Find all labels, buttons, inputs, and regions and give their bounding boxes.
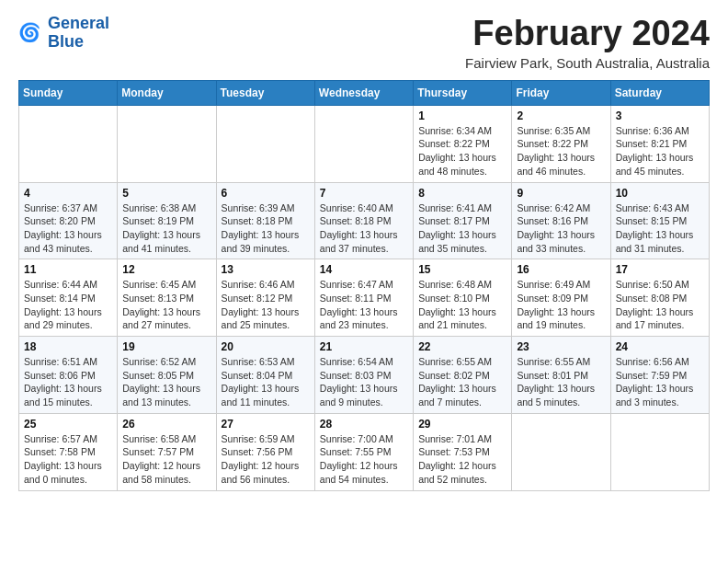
calendar-cell: 5Sunrise: 6:38 AMSunset: 8:19 PMDaylight… <box>118 182 216 259</box>
day-number: 2 <box>517 109 605 122</box>
calendar-week-row: 18Sunrise: 6:51 AMSunset: 8:06 PMDayligh… <box>19 337 710 414</box>
calendar-cell <box>610 413 709 490</box>
day-info: Sunrise: 6:40 AMSunset: 8:18 PMDaylight:… <box>320 201 408 256</box>
calendar-cell: 10Sunrise: 6:43 AMSunset: 8:15 PMDayligh… <box>610 182 709 259</box>
calendar-week-row: 1Sunrise: 6:34 AMSunset: 8:22 PMDaylight… <box>19 105 710 182</box>
day-of-week-header: Saturday <box>610 80 709 105</box>
logo-icon: 🌀 <box>18 20 44 46</box>
day-number: 8 <box>418 187 506 200</box>
day-info: Sunrise: 6:47 AMSunset: 8:11 PMDaylight:… <box>320 278 408 332</box>
calendar-cell <box>19 105 118 182</box>
title-block: February 2024 Fairview Park, South Austr… <box>465 15 710 71</box>
calendar-cell: 13Sunrise: 6:46 AMSunset: 8:12 PMDayligh… <box>216 259 314 337</box>
day-info: Sunrise: 6:59 AMSunset: 7:56 PMDaylight:… <box>222 432 310 487</box>
day-info: Sunrise: 6:36 AMSunset: 8:21 PMDaylight:… <box>616 124 704 178</box>
day-info: Sunrise: 6:38 AMSunset: 8:19 PMDaylight:… <box>122 201 210 256</box>
day-info: Sunrise: 6:44 AMSunset: 8:14 PMDaylight:… <box>24 278 112 332</box>
day-info: Sunrise: 6:43 AMSunset: 8:15 PMDaylight:… <box>616 201 704 256</box>
day-number: 18 <box>24 340 112 353</box>
calendar-cell: 20Sunrise: 6:53 AMSunset: 8:04 PMDayligh… <box>216 337 314 414</box>
day-number: 4 <box>24 187 112 200</box>
month-title: February 2024 <box>465 15 710 53</box>
day-info: Sunrise: 6:45 AMSunset: 8:13 PMDaylight:… <box>122 278 210 332</box>
logo-text: General Blue <box>48 15 109 52</box>
day-number: 9 <box>517 187 605 200</box>
calendar-cell: 4Sunrise: 6:37 AMSunset: 8:20 PMDaylight… <box>19 182 118 259</box>
day-number: 26 <box>122 418 210 431</box>
calendar-cell: 28Sunrise: 7:00 AMSunset: 7:55 PMDayligh… <box>314 413 413 490</box>
day-number: 29 <box>418 418 506 431</box>
day-number: 6 <box>222 187 310 200</box>
calendar-week-row: 25Sunrise: 6:57 AMSunset: 7:58 PMDayligh… <box>19 413 710 490</box>
day-of-week-header: Monday <box>118 80 216 105</box>
calendar-cell: 23Sunrise: 6:55 AMSunset: 8:01 PMDayligh… <box>512 337 610 414</box>
calendar-cell <box>314 105 413 182</box>
calendar-cell: 27Sunrise: 6:59 AMSunset: 7:56 PMDayligh… <box>216 413 314 490</box>
day-number: 17 <box>616 263 704 276</box>
day-info: Sunrise: 6:48 AMSunset: 8:10 PMDaylight:… <box>418 278 506 332</box>
day-info: Sunrise: 6:54 AMSunset: 8:03 PMDaylight:… <box>320 355 408 409</box>
day-of-week-header: Tuesday <box>216 80 314 105</box>
day-info: Sunrise: 6:56 AMSunset: 7:59 PMDaylight:… <box>616 355 704 409</box>
calendar-table: SundayMondayTuesdayWednesdayThursdayFrid… <box>18 80 710 491</box>
day-number: 25 <box>24 418 112 431</box>
day-number: 14 <box>320 263 408 276</box>
calendar-week-row: 4Sunrise: 6:37 AMSunset: 8:20 PMDaylight… <box>19 182 710 259</box>
day-info: Sunrise: 6:53 AMSunset: 8:04 PMDaylight:… <box>222 355 310 409</box>
calendar-cell: 24Sunrise: 6:56 AMSunset: 7:59 PMDayligh… <box>610 337 709 414</box>
day-info: Sunrise: 6:52 AMSunset: 8:05 PMDaylight:… <box>122 355 210 409</box>
day-number: 27 <box>222 418 310 431</box>
day-info: Sunrise: 6:58 AMSunset: 7:57 PMDaylight:… <box>122 432 210 487</box>
day-info: Sunrise: 6:49 AMSunset: 8:09 PMDaylight:… <box>517 278 605 332</box>
day-number: 19 <box>122 340 210 353</box>
calendar-cell: 8Sunrise: 6:41 AMSunset: 8:17 PMDaylight… <box>414 182 512 259</box>
calendar-cell: 18Sunrise: 6:51 AMSunset: 8:06 PMDayligh… <box>19 337 118 414</box>
page-header: 🌀 General Blue February 2024 Fairview Pa… <box>18 15 710 71</box>
day-of-week-header: Wednesday <box>314 80 413 105</box>
day-number: 5 <box>122 187 210 200</box>
day-info: Sunrise: 6:37 AMSunset: 8:20 PMDaylight:… <box>24 201 112 256</box>
calendar-cell: 16Sunrise: 6:49 AMSunset: 8:09 PMDayligh… <box>512 259 610 337</box>
day-number: 11 <box>24 263 112 276</box>
calendar-cell: 3Sunrise: 6:36 AMSunset: 8:21 PMDaylight… <box>610 105 709 182</box>
calendar-week-row: 11Sunrise: 6:44 AMSunset: 8:14 PMDayligh… <box>19 259 710 337</box>
calendar-cell <box>118 105 216 182</box>
day-of-week-header: Friday <box>512 80 610 105</box>
calendar-cell: 12Sunrise: 6:45 AMSunset: 8:13 PMDayligh… <box>118 259 216 337</box>
day-of-week-header: Sunday <box>19 80 118 105</box>
day-info: Sunrise: 6:42 AMSunset: 8:16 PMDaylight:… <box>517 201 605 256</box>
day-number: 23 <box>517 340 605 353</box>
calendar-cell: 25Sunrise: 6:57 AMSunset: 7:58 PMDayligh… <box>19 413 118 490</box>
calendar-header-row: SundayMondayTuesdayWednesdayThursdayFrid… <box>19 80 710 105</box>
day-info: Sunrise: 6:34 AMSunset: 8:22 PMDaylight:… <box>418 124 506 178</box>
day-number: 13 <box>222 263 310 276</box>
location-title: Fairview Park, South Australia, Australi… <box>465 55 710 71</box>
calendar-cell: 2Sunrise: 6:35 AMSunset: 8:22 PMDaylight… <box>512 105 610 182</box>
day-number: 22 <box>418 340 506 353</box>
day-info: Sunrise: 6:35 AMSunset: 8:22 PMDaylight:… <box>517 124 605 178</box>
calendar-cell: 22Sunrise: 6:55 AMSunset: 8:02 PMDayligh… <box>414 337 512 414</box>
calendar-cell: 1Sunrise: 6:34 AMSunset: 8:22 PMDaylight… <box>414 105 512 182</box>
day-info: Sunrise: 7:00 AMSunset: 7:55 PMDaylight:… <box>320 432 408 487</box>
day-info: Sunrise: 6:50 AMSunset: 8:08 PMDaylight:… <box>616 278 704 332</box>
calendar-cell <box>512 413 610 490</box>
day-info: Sunrise: 6:41 AMSunset: 8:17 PMDaylight:… <box>418 201 506 256</box>
day-info: Sunrise: 6:51 AMSunset: 8:06 PMDaylight:… <box>24 355 112 409</box>
day-info: Sunrise: 6:46 AMSunset: 8:12 PMDaylight:… <box>222 278 310 332</box>
day-number: 3 <box>616 109 704 122</box>
day-info: Sunrise: 6:57 AMSunset: 7:58 PMDaylight:… <box>24 432 112 487</box>
day-number: 16 <box>517 263 605 276</box>
calendar-cell: 29Sunrise: 7:01 AMSunset: 7:53 PMDayligh… <box>414 413 512 490</box>
day-info: Sunrise: 6:55 AMSunset: 8:01 PMDaylight:… <box>517 355 605 409</box>
logo: 🌀 General Blue <box>18 15 109 52</box>
calendar-cell: 19Sunrise: 6:52 AMSunset: 8:05 PMDayligh… <box>118 337 216 414</box>
calendar-cell: 21Sunrise: 6:54 AMSunset: 8:03 PMDayligh… <box>314 337 413 414</box>
day-number: 15 <box>418 263 506 276</box>
calendar-cell: 11Sunrise: 6:44 AMSunset: 8:14 PMDayligh… <box>19 259 118 337</box>
svg-text:🌀: 🌀 <box>18 20 41 42</box>
calendar-cell: 15Sunrise: 6:48 AMSunset: 8:10 PMDayligh… <box>414 259 512 337</box>
day-number: 12 <box>122 263 210 276</box>
day-number: 21 <box>320 340 408 353</box>
calendar-cell <box>216 105 314 182</box>
day-number: 10 <box>616 187 704 200</box>
